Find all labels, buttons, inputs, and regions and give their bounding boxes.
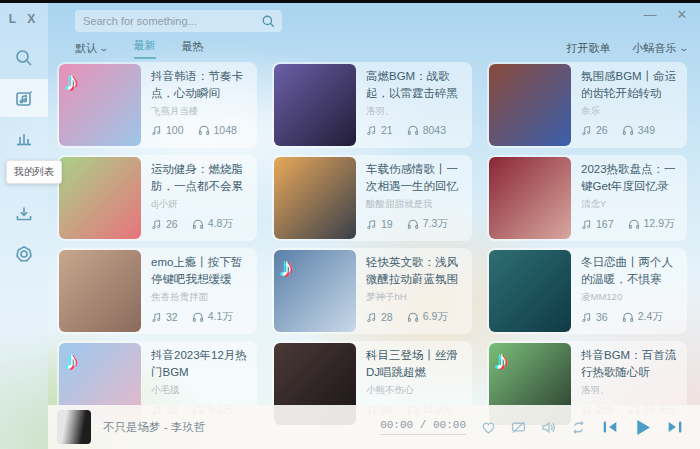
play-button[interactable] [631,416,654,439]
playlist-title: 高燃BGM：战歌起，以雷霆击碎黑暗！ [366,68,466,102]
playlist-title: 2023热歌盘点：一键Get年度回忆录 [581,161,681,195]
search-icon [14,48,34,68]
playlist-stats: 167 12.9万 [581,217,681,231]
player-bar: 不只是场梦 - 李玖哲 00:00 / 00:00 [48,405,700,449]
my-list-tooltip: 我的列表 [6,160,62,184]
track-count: 19 [366,218,393,230]
headphones-icon [622,124,634,136]
favorite-heart-icon[interactable] [480,419,497,436]
playlist-stats: 28 6.9万 [366,310,466,324]
track-count: 28 [366,311,393,323]
headphones-icon [628,218,640,230]
playlist-title: 科目三登场丨丝滑DJ唱跳超燃 [366,347,466,381]
sort-label: 默认 [75,41,97,56]
playlist-stats: 26 4.8万 [151,217,251,231]
bar-chart-icon [14,128,34,148]
playlist-cover [274,64,356,146]
sidebar: L X 我的列表 [0,3,48,449]
music-note-icon [366,219,377,230]
playlist-card[interactable]: 氛围感BGM丨命运的齿轮开始转动 余乐 26 349 [487,62,687,148]
playlist-title: 车载伤感情歌丨一次相遇一生的回忆 [366,161,466,195]
headphones-icon [192,218,204,230]
loop-mode-icon[interactable] [570,419,587,436]
headphones-icon [407,311,419,323]
listen-count: 8043 [407,124,446,136]
music-note-icon [151,219,162,230]
open-playlist-button[interactable]: 打开歌单 [566,41,610,56]
playlist-card[interactable]: 冬日恋曲丨两个人的温暖，不惧寒冷！ 凌MM120 36 2.4万 [487,248,687,334]
sort-dropdown[interactable]: 默认 ⌄ [75,41,108,56]
headphones-icon [407,124,419,136]
headphones-icon [192,311,204,323]
track-count: 36 [581,311,608,323]
listen-count: 6.9万 [407,310,448,324]
search-bar [75,10,282,32]
tab-newest[interactable]: 最新 [134,38,156,59]
listen-count: 349 [622,124,656,136]
playlist-author: 清念Y [581,198,681,211]
playlist-stats: 26 349 [581,124,681,136]
close-button[interactable]: ✕ [674,6,690,22]
playback-time[interactable]: 00:00 / 00:00 [380,419,466,435]
track-count: 26 [581,124,608,136]
playlist-card[interactable]: 车载伤感情歌丨一次相遇一生的回忆 酸酸甜甜就是我 19 7.3万 [272,155,472,241]
playlist-title: 抖音BGM：百首流行热歌随心听 [581,347,681,381]
desktop-lyrics-off-icon[interactable] [510,419,527,436]
playlist-author: 洛羽、 [581,384,681,397]
playlist-card[interactable]: ♪ 抖音韩语：节奏卡点，心动瞬间 飞燕月当楼 100 1048 [57,62,257,148]
music-library-icon [14,88,34,108]
chevron-down-icon: ⌄ [679,43,690,53]
music-source-dropdown[interactable]: 小蜗音乐 ⌄ [632,41,688,56]
listen-count: 4.1万 [192,310,233,324]
music-note-icon [581,219,592,230]
playlist-cover [489,250,571,332]
next-track-button[interactable] [666,418,684,436]
previous-track-button[interactable] [601,418,619,436]
headphones-icon [407,218,419,230]
playlist-author: 小熊不伤心 [366,384,466,397]
playlist-stats: 21 8043 [366,124,466,136]
sidebar-item-ranking[interactable] [0,119,48,157]
playlist-card[interactable]: 高燃BGM：战歌起，以雷霆击碎黑暗！ 洛羽、 21 8043 [272,62,472,148]
playlist-title: 轻快英文歌：浅风微醺拉动蔚蓝氛围 [366,254,466,288]
music-note-icon [581,125,592,136]
sidebar-item-search[interactable] [0,39,48,77]
tab-hottest[interactable]: 最热 [182,39,204,58]
sidebar-item-settings[interactable] [0,235,48,273]
playlist-card[interactable]: 运动健身：燃烧脂肪，一点都不会累 dj小妍 26 4.8万 [57,155,257,241]
playlist-cover: ♪ [274,250,356,332]
playlist-author: 余乐 [581,105,681,118]
music-note-icon [151,312,162,323]
search-icon[interactable] [261,14,276,29]
playlist-cover [274,157,356,239]
music-note-icon [581,312,592,323]
minimize-button[interactable]: — [642,6,658,22]
search-input[interactable] [83,15,261,27]
now-playing-art[interactable] [57,410,91,444]
total-time: 00:00 [433,419,466,431]
playlist-grid: ♪ 抖音韩语：节奏卡点，心动瞬间 飞燕月当楼 100 1048 [57,62,687,427]
listen-count: 1048 [198,124,237,136]
track-count: 32 [151,311,178,323]
tiktok-note-icon: ♪ [65,345,78,376]
sidebar-item-music-library[interactable] [0,79,48,117]
music-note-icon [366,312,377,323]
volume-icon[interactable] [540,419,557,436]
listen-count: 4.8万 [192,217,233,231]
playlist-cover [59,250,141,332]
sidebar-item-download[interactable] [0,195,48,233]
playlist-card[interactable]: emo上瘾丨按下暂停键吧我想缓缓 焦香拾贵拌面 32 4.1万 [57,248,257,334]
tiktok-note-icon: ♪ [495,345,508,376]
playlist-stats: 32 4.1万 [151,310,251,324]
playlist-title: 冬日恋曲丨两个人的温暖，不惧寒冷！ [581,254,681,288]
playlist-card[interactable]: 2023热歌盘点：一键Get年度回忆录 清念Y 167 12.9万 [487,155,687,241]
track-count: 167 [581,218,614,230]
chevron-down-icon: ⌄ [98,43,109,53]
playlist-title: emo上瘾丨按下暂停键吧我想缓缓 [151,254,251,288]
tiktok-note-icon: ♪ [65,66,78,97]
headphones-icon [198,124,210,136]
playlist-card[interactable]: ♪ 轻快英文歌：浅风微醺拉动蔚蓝氛围 梦神子hH 28 6.9万 [272,248,472,334]
settings-gear-icon [14,244,34,264]
track-count: 100 [151,124,184,136]
track-count: 21 [366,124,393,136]
